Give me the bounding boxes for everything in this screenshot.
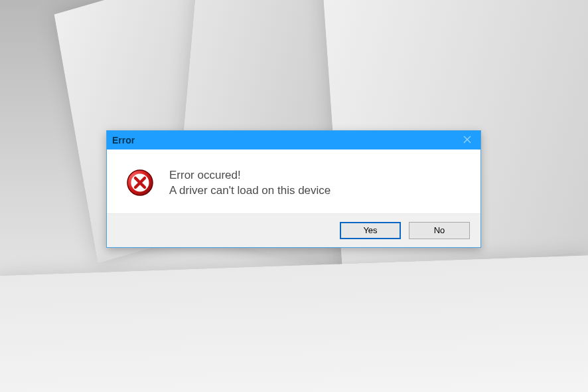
no-button[interactable]: No xyxy=(409,222,470,239)
error-dialog: Error Error occured! A driver xyxy=(106,130,481,248)
message-line-2: A driver can't load on this device xyxy=(169,183,331,199)
titlebar[interactable]: Error xyxy=(107,131,480,149)
close-icon[interactable] xyxy=(459,135,475,146)
dialog-message: Error occured! A driver can't load on th… xyxy=(169,168,331,199)
dialog-body: Error occured! A driver can't load on th… xyxy=(107,149,480,214)
dialog-title: Error xyxy=(112,135,135,146)
button-row: Yes No xyxy=(107,214,480,247)
message-line-1: Error occured! xyxy=(169,168,331,183)
bg-panel xyxy=(0,255,588,392)
yes-button[interactable]: Yes xyxy=(340,222,401,239)
error-icon xyxy=(125,168,155,197)
